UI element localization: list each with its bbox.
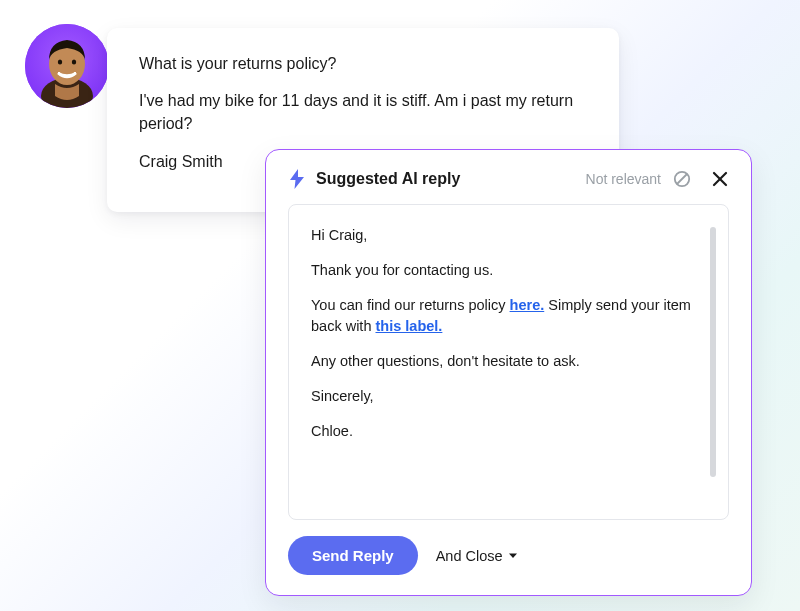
reply-other-questions: Any other questions, don't hesitate to a… xyxy=(311,351,698,372)
reply-textbox[interactable]: Hi Craig, Thank you for contacting us. Y… xyxy=(288,204,729,520)
svg-point-4 xyxy=(72,59,76,64)
reply-policy-line: You can find our returns policy here. Si… xyxy=(311,295,698,337)
ai-reply-panel: Suggested AI reply Not relevant Hi Craig… xyxy=(265,149,752,596)
scrollbar[interactable] xyxy=(710,227,716,477)
customer-message-line2: I've had my bike for 11 days and it is s… xyxy=(139,89,589,135)
ban-icon[interactable] xyxy=(673,170,691,188)
bolt-icon xyxy=(288,168,306,190)
svg-point-3 xyxy=(58,59,62,64)
returns-policy-link[interactable]: here. xyxy=(510,297,545,313)
close-icon[interactable] xyxy=(711,170,729,188)
avatar xyxy=(25,24,109,108)
reply-content: Hi Craig, Thank you for contacting us. Y… xyxy=(311,225,710,499)
return-label-link[interactable]: this label. xyxy=(375,318,442,334)
ai-panel-footer: Send Reply And Close xyxy=(288,536,729,575)
not-relevant-button[interactable]: Not relevant xyxy=(586,171,661,187)
reply-policy-prefix: You can find our returns policy xyxy=(311,297,510,313)
customer-message-line1: What is your returns policy? xyxy=(139,52,589,75)
reply-thanks: Thank you for contacting us. xyxy=(311,260,698,281)
reply-agent-name: Chloe. xyxy=(311,421,698,442)
send-reply-button[interactable]: Send Reply xyxy=(288,536,418,575)
chevron-down-icon xyxy=(508,551,518,561)
and-close-dropdown[interactable]: And Close xyxy=(436,548,518,564)
ai-panel-header: Suggested AI reply Not relevant xyxy=(288,168,729,190)
avatar-image xyxy=(25,24,109,108)
reply-greeting: Hi Craig, xyxy=(311,225,698,246)
ai-panel-title: Suggested AI reply xyxy=(316,170,460,188)
and-close-label: And Close xyxy=(436,548,503,564)
svg-line-6 xyxy=(677,174,687,184)
reply-signoff: Sincerely, xyxy=(311,386,698,407)
